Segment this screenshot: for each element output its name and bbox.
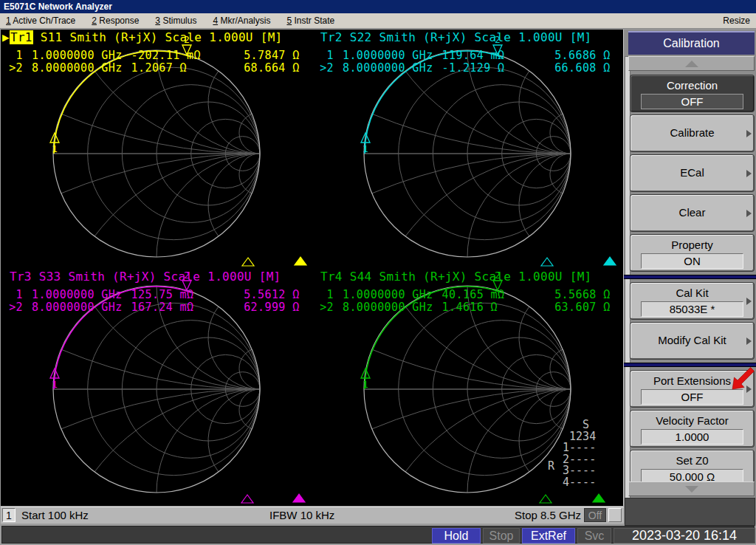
- softkey-velocity-factor[interactable]: Velocity Factor1.0000: [630, 411, 754, 447]
- resize-button[interactable]: Resize: [723, 16, 750, 26]
- softkey-cal-kit[interactable]: Cal Kit85033E *: [630, 283, 754, 319]
- trace-id: Tr1: [10, 30, 33, 44]
- menu-item-instr-state[interactable]: 5 Instr State: [286, 16, 334, 26]
- trace-id: Tr4: [320, 270, 343, 284]
- marker-readout-tr1-m2: >28.0000000 GHz1.2067 Ω68.664 Ω: [2, 62, 300, 75]
- chart-area: 12121212 ▶Tr1 S11 Smith (R+jX) Scale 1.0…: [1, 30, 625, 506]
- sidebar-bottom-panel: [625, 498, 755, 526]
- trace-id: Tr2: [320, 30, 343, 44]
- menu-items: 1 Active Ch/Trace2 Response3 Stimulus4 M…: [6, 16, 723, 26]
- title-bar: E5071C Network Analyzer: [0, 0, 756, 13]
- active-trace-arrow-icon: [2, 270, 10, 284]
- submenu-arrow-icon: [746, 298, 752, 305]
- datetime-display: 2023-03-20 16:14: [614, 528, 755, 544]
- window-title: E5071C Network Analyzer: [4, 1, 112, 12]
- trace-format-scale: S11 Smith (R+jX) Scale 1.000U [M]: [33, 30, 283, 44]
- softkey-ecal[interactable]: ECal: [630, 155, 754, 191]
- channel-bar-end-box: [608, 508, 622, 522]
- marker-readout-tr1-m1: 11.0000000 GHz-202.11 mΩ5.7847 Ω: [2, 49, 300, 62]
- softkey-divider: [624, 275, 756, 279]
- marker-readout-tr4-m2: >28.0000000 GHz1.4616 Ω63.607 Ω: [313, 301, 611, 314]
- sparam-matrix-legend: S 1234 1---- 2---- 3---- 4----R: [556, 419, 596, 488]
- chevron-up-icon: [685, 61, 698, 67]
- trace-header-tr4[interactable]: Tr4 S44 Smith (R+jX) Scale 1.000U [M]: [313, 270, 592, 284]
- softkey-port-extensions[interactable]: Port ExtensionsOFF: [630, 371, 754, 407]
- softkey-menu-title: Calibration: [628, 31, 755, 55]
- softkey-clear[interactable]: Clear: [630, 195, 754, 231]
- channel-number: 1: [2, 508, 16, 522]
- stop-frequency: Stop 8.5 GHz: [515, 509, 581, 521]
- menu-item-stimulus[interactable]: 3 Stimulus: [155, 16, 196, 26]
- submenu-arrow-icon: [746, 210, 752, 217]
- svc-indicator: Svc: [577, 528, 611, 544]
- softkey-value: OFF: [641, 389, 743, 405]
- trace-format-scale: S33 Smith (R+jX) Scale 1.000U [M]: [32, 270, 281, 284]
- marker-readout-tr2-m1: 11.0000000 GHz119.64 mΩ5.6686 Ω: [313, 49, 611, 62]
- softkey-calibrate[interactable]: Calibrate: [630, 115, 754, 151]
- marker-readout-tr2-m2: >28.0000000 GHz-1.2129 Ω66.608 Ω: [313, 62, 611, 75]
- svg-text:1: 1: [52, 143, 58, 154]
- softkey-modify-cal-kit[interactable]: Modify Cal Kit: [630, 323, 754, 359]
- trace-id: Tr3: [10, 270, 32, 284]
- active-trace-arrow-icon: [313, 270, 320, 284]
- softkey-correction[interactable]: CorrectionOFF: [630, 75, 754, 112]
- softkey-value: OFF: [641, 94, 743, 109]
- ifbw-value: IFBW 10 kHz: [269, 509, 334, 521]
- softkey-label: Port Extensions: [631, 371, 753, 388]
- softkey-divider: [624, 363, 756, 367]
- menu-item-response[interactable]: 2 Response: [92, 16, 139, 26]
- softkey-label: Set Z0: [631, 451, 753, 468]
- trace-header-tr1[interactable]: ▶Tr1 S11 Smith (R+jX) Scale 1.000U [M]: [2, 31, 283, 44]
- softkey-label: Cal Kit: [631, 284, 753, 301]
- submenu-arrow-icon: [746, 170, 752, 177]
- smith-charts-canvas: 12121212: [1, 30, 623, 506]
- marker-readout-tr3-m1: 11.0000000 GHz125.75 mΩ5.5612 Ω: [2, 289, 300, 301]
- svg-text:1: 1: [362, 379, 368, 390]
- submenu-arrow-icon: [746, 385, 752, 393]
- menu-item-active-ch-trace[interactable]: 1 Active Ch/Trace: [6, 16, 75, 26]
- menu-bar: 1 Active Ch/Trace2 Response3 Stimulus4 M…: [0, 13, 756, 29]
- e5071c-application: E5071C Network Analyzer 1 Active Ch/Trac…: [0, 0, 756, 545]
- softkey-value: 85033E *: [641, 301, 743, 317]
- softkey-value: ON: [641, 253, 743, 269]
- svg-text:1: 1: [52, 379, 58, 390]
- trace-format-scale: S44 Smith (R+jX) Scale 1.000U [M]: [343, 270, 592, 284]
- trace-header-tr3[interactable]: Tr3 S33 Smith (R+jX) Scale 1.000U [M]: [2, 270, 281, 284]
- trace-format-scale: S22 Smith (R+jX) Scale 1.000U [M]: [343, 30, 592, 44]
- system-status-bar: Hold Stop ExtRef Svc 2023-03-20 16:14: [1, 526, 755, 544]
- softkey-property[interactable]: PropertyON: [630, 235, 754, 271]
- softkey-value: 1.0000: [641, 429, 743, 445]
- svg-text:1: 1: [362, 143, 368, 154]
- off-badge: Off: [584, 508, 606, 522]
- softkey-sidebar: Calibration CorrectionOFFCalibrateECalCl…: [624, 30, 756, 524]
- softkey-label: Property: [631, 236, 753, 253]
- hold-indicator: Hold: [432, 528, 481, 544]
- channel-status-bar: 1 Start 100 kHz IFBW 10 kHz Stop 8.5 GHz…: [1, 507, 624, 524]
- chevron-down-icon: [685, 486, 698, 493]
- start-frequency: Start 100 kHz: [21, 509, 89, 521]
- receiver-row-label: R: [548, 461, 554, 473]
- marker-readout-tr4-m1: 11.0000000 GHz40.165 mΩ5.5668 Ω: [313, 289, 611, 301]
- marker-readout-tr3-m2: >28.0000000 GHz167.24 mΩ62.999 Ω: [2, 301, 300, 314]
- menu-item-mkr-analysis[interactable]: 4 Mkr/Analysis: [213, 16, 270, 26]
- active-trace-arrow-icon: [313, 31, 320, 44]
- active-trace-arrow-icon: ▶: [2, 31, 10, 44]
- softkey-label: Velocity Factor: [631, 411, 753, 428]
- softkey-label: Correction: [631, 76, 753, 93]
- submenu-arrow-icon: [746, 337, 752, 345]
- stop-indicator: Stop: [483, 528, 520, 544]
- softkey-scroll-up-button[interactable]: [628, 56, 755, 71]
- submenu-arrow-icon: [746, 130, 752, 137]
- trace-header-tr2[interactable]: Tr2 S22 Smith (R+jX) Scale 1.000U [M]: [313, 31, 592, 44]
- extref-indicator: ExtRef: [522, 528, 575, 544]
- softkey-scroll-down-button[interactable]: [628, 481, 755, 496]
